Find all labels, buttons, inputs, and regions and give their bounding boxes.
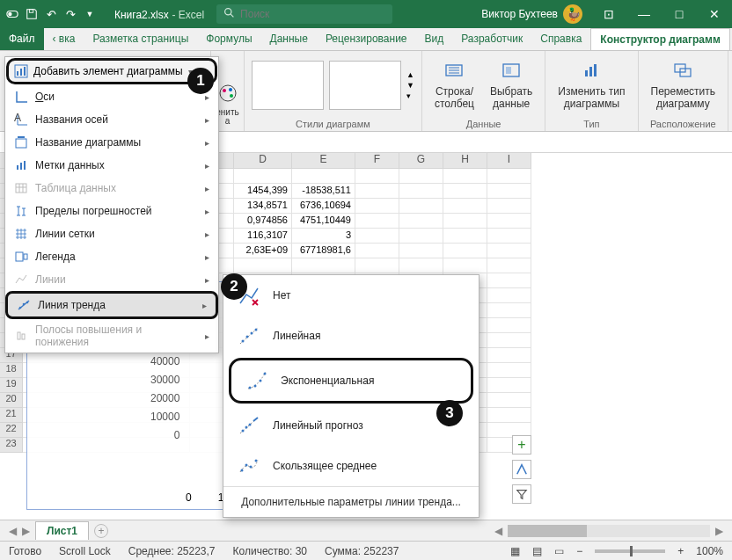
tab-help[interactable]: Справка (531, 28, 590, 50)
table-cell[interactable]: 3 (292, 229, 355, 244)
tab-chart-design[interactable]: Конструктор диаграмм (590, 28, 729, 50)
menu-error-bars[interactable]: Пределы погрешностей▸ (5, 200, 218, 222)
callout-2: 2 (221, 273, 247, 300)
sub-more-options[interactable]: Дополнительные параметры линии тренда... (223, 486, 479, 517)
group-type: Изменить тип диаграммы Тип (545, 51, 638, 131)
svg-point-42 (264, 373, 267, 375)
sub-linear[interactable]: Линейная (223, 316, 479, 356)
row-header[interactable]: 23 (0, 438, 23, 453)
sheet-nav-prev[interactable]: ◀ (9, 525, 17, 537)
callout-3: 3 (436, 400, 463, 426)
search-input[interactable] (240, 8, 372, 20)
group-label-styles: Стили диаграмм (296, 119, 370, 129)
qat-dropdown-icon[interactable]: ▼ (83, 7, 97, 21)
redo-icon[interactable]: ↷ (63, 7, 77, 21)
table-cell[interactable]: -18538,511 (292, 184, 355, 199)
tab-data[interactable]: Данные (261, 28, 317, 50)
svg-rect-14 (594, 64, 597, 76)
autosave-toggle[interactable] (5, 7, 19, 21)
row-header[interactable]: 19 (0, 378, 23, 393)
minimize-icon[interactable]: — (626, 7, 662, 21)
style-thumb-2[interactable] (329, 61, 401, 110)
h-scroll-left[interactable]: ◀ (494, 525, 502, 537)
switch-row-col-button[interactable]: Строка/ столбец (429, 56, 479, 113)
menu-trendline[interactable]: Линия тренда▸ (5, 291, 218, 319)
view-page-break-icon[interactable]: ▭ (554, 545, 564, 557)
tab-formulas[interactable]: Формулы (197, 28, 260, 50)
menu-chart-title[interactable]: Название диаграммы▸ (5, 131, 218, 154)
table-cell[interactable]: 0,974856 (234, 214, 292, 229)
col-header-G[interactable]: G (399, 153, 443, 169)
search-icon (223, 7, 235, 21)
menu-chart-title-label: Название диаграммы (35, 136, 198, 149)
tab-file[interactable]: Файл (0, 28, 44, 50)
menu-axis-titles[interactable]: AНазвания осей▸ (5, 108, 218, 131)
tab-developer[interactable]: Разработчик (452, 28, 531, 50)
chart-elements-button[interactable]: + (512, 435, 531, 455)
menu-data-labels[interactable]: Метки данных▸ (5, 154, 218, 177)
table-cell[interactable]: 67718981,6 (292, 244, 355, 258)
row-header[interactable]: 21 (0, 408, 23, 423)
move-chart-button[interactable]: Переместить диаграмму (646, 56, 721, 113)
new-sheet-button[interactable]: + (94, 524, 108, 538)
zoom-slider[interactable] (595, 549, 665, 553)
select-data-button[interactable]: Выбрать данные (485, 56, 538, 113)
chart-filter-button[interactable] (512, 484, 531, 504)
save-icon[interactable] (25, 7, 39, 21)
add-chart-element-button[interactable]: Добавить элемент диаграммы ▾ (6, 58, 217, 84)
row-header[interactable]: 20 (0, 393, 23, 408)
chart-styles-button[interactable] (512, 460, 531, 479)
menu-gridlines[interactable]: Линии сетки▸ (5, 222, 218, 245)
zoom-readout[interactable]: 100% (696, 545, 723, 557)
table-cell[interactable]: 1454,399 (234, 184, 292, 199)
sheet-nav-next[interactable]: ▶ (22, 525, 30, 537)
menu-legend[interactable]: Легенда▸ (5, 245, 218, 268)
change-chart-type-button[interactable]: Изменить тип диаграммы (553, 56, 630, 113)
zoom-out[interactable]: − (576, 545, 582, 557)
search-box[interactable] (216, 4, 392, 24)
style-thumb-1[interactable] (252, 61, 324, 110)
svg-rect-28 (16, 252, 23, 261)
tab-review[interactable]: Рецензирование (317, 28, 416, 50)
zoom-in[interactable]: + (677, 545, 684, 557)
move-chart-icon (672, 60, 693, 84)
row-header[interactable]: 18 (0, 363, 23, 378)
sub-expo-label: Экспоненциальная (281, 375, 374, 387)
user-name: Виктор Бухтеев (481, 8, 558, 20)
col-header-E[interactable]: E (292, 153, 355, 169)
col-header-F[interactable]: F (355, 153, 399, 169)
ribbon-display-icon[interactable]: ⊡ (591, 7, 626, 21)
select-data-icon (501, 60, 522, 84)
sheet-tab-1[interactable]: Лист1 (35, 521, 89, 540)
styles-more[interactable]: ▾ (406, 91, 414, 100)
styles-scroll-down[interactable]: ▼ (406, 81, 414, 90)
styles-scroll-up[interactable]: ▲ (406, 70, 414, 79)
tab-page-layout[interactable]: Разметка страницы (84, 28, 197, 50)
h-scrollbar[interactable] (508, 525, 710, 537)
maximize-icon[interactable]: □ (662, 7, 697, 21)
close-icon[interactable]: ✕ (697, 7, 732, 21)
trendline-icon (17, 298, 31, 312)
table-cell[interactable]: 6736,10694 (292, 199, 355, 214)
svg-rect-26 (24, 161, 26, 170)
tab-view[interactable]: Вид (416, 28, 453, 50)
tab-insert[interactable]: ‹ вка (44, 28, 84, 50)
col-header-I[interactable]: I (487, 153, 531, 169)
menu-axes[interactable]: Оси▸ (5, 85, 218, 108)
sub-exponential[interactable]: Экспоненциальная (229, 358, 473, 404)
group-data: Строка/ столбец Выбрать данные Данные (422, 51, 545, 131)
table-cell[interactable]: 116,3107 (234, 229, 292, 244)
view-page-layout-icon[interactable]: ▤ (532, 545, 542, 557)
h-scroll-right[interactable]: ▶ (715, 525, 723, 537)
user-account[interactable]: Виктор Бухтеев 🦆 (472, 4, 591, 24)
table-cell[interactable]: 2,63E+09 (234, 244, 292, 258)
sub-moving-avg[interactable]: Скользящее среднее (223, 446, 479, 486)
undo-icon[interactable]: ↶ (44, 7, 58, 21)
col-header-D[interactable]: D (234, 153, 292, 169)
col-header-H[interactable]: H (443, 153, 487, 169)
table-cell[interactable]: 134,8571 (234, 199, 292, 214)
view-normal-icon[interactable]: ▦ (510, 545, 520, 557)
row-header[interactable]: 22 (0, 423, 23, 438)
table-cell[interactable]: 4751,10449 (292, 214, 355, 229)
sub-none[interactable]: Нет (223, 275, 479, 316)
